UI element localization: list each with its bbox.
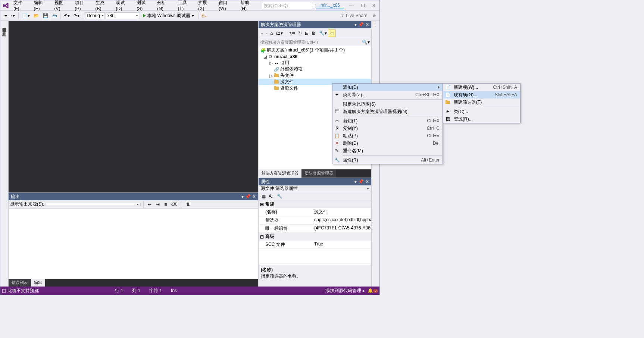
output-btn-4[interactable]: ⌫ <box>170 201 179 208</box>
categorized-icon[interactable]: ▦ <box>260 193 267 200</box>
fwd-icon[interactable]: ◦ <box>265 30 268 37</box>
output-btn-5[interactable]: ⇅ <box>185 201 191 208</box>
minimize-button[interactable]: — <box>346 2 357 9</box>
cm-scope[interactable]: 限定为此范围(S) <box>332 100 443 108</box>
props-row-name[interactable]: (名称) 源文件 <box>259 208 371 216</box>
save-icon[interactable]: 💾 <box>41 12 50 19</box>
cm-new-view[interactable]: 🗔 新建解决方案资源管理器视图(N) <box>332 108 443 115</box>
notification-icon[interactable]: 🔔2 <box>368 288 378 293</box>
tree-external[interactable]: 🔗 外部依赖项 <box>259 66 371 72</box>
back-icon[interactable]: ◦ <box>260 30 264 37</box>
output-btn-1[interactable]: ⇤ <box>146 201 153 208</box>
new-project-icon[interactable]: 📄▾ <box>21 12 31 19</box>
start-debug-button[interactable]: 本地 Windows 调试器 ▾ <box>141 12 196 20</box>
live-share-button[interactable]: ⇪ Live Share <box>338 12 369 19</box>
alpha-icon[interactable]: A↓ <box>267 193 275 200</box>
cm-copy[interactable]: ⎘ 复制(Y)Ctrl+C <box>332 125 443 132</box>
open-icon[interactable]: 📂 <box>32 12 41 19</box>
tree-solution[interactable]: 🧩 解决方案"miracl_x86"(1 个项目/共 1 个) <box>259 47 371 53</box>
show-all-icon[interactable]: 🗎 <box>310 30 317 37</box>
tree-headers[interactable]: ▷ 头文件 <box>259 72 371 79</box>
sidebar-server-explorer[interactable]: 服务器资源管理器 <box>0 22 8 27</box>
properties-object[interactable]: 源文件 筛选器属性 <box>259 185 371 192</box>
menu-build[interactable]: 生成(B) <box>93 0 113 13</box>
nav-back-icon[interactable]: ◦▾ <box>2 12 9 19</box>
tab-error-list[interactable]: 错误列表 <box>9 279 31 287</box>
tab-solution-explorer[interactable]: 解决方案资源管理器 <box>259 169 301 178</box>
cm-add[interactable]: 添加(D) <box>332 84 443 91</box>
add-submenu: 📄 新建项(W)...Ctrl+Shift+A 📄 现有项(G)...Shift… <box>443 83 520 123</box>
sync-icon[interactable]: ⟲▾ <box>288 30 296 37</box>
close-icon[interactable]: ✕ <box>365 179 369 184</box>
collapse-icon[interactable]: ⊟ <box>304 30 310 37</box>
menu-project[interactable]: 项目(P) <box>72 0 93 13</box>
quick-search-input[interactable] <box>264 3 315 8</box>
menu-help[interactable]: 帮助(H) <box>237 0 258 13</box>
properties-icon[interactable]: 🔧▾ <box>318 30 328 37</box>
dropdown-icon[interactable]: ▾ <box>354 179 357 184</box>
props-row-filter[interactable]: 筛选器 cpp;c;cc;cxx;def;odl;idl;hpj;bat; <box>259 216 371 225</box>
config-dropdown[interactable]: Debug <box>85 12 105 19</box>
cm-properties[interactable]: 🔧 属性(R)Alt+Enter <box>332 156 443 164</box>
sm-resource[interactable]: 🖼 资源(R)... <box>443 115 520 123</box>
switch-icon[interactable]: 🗂▾ <box>275 30 284 37</box>
feedback-icon[interactable]: ☺ <box>371 12 378 19</box>
menu-file[interactable]: 文件(F) <box>10 0 31 13</box>
dropdown-icon[interactable]: ▾ <box>241 194 244 199</box>
wrench-icon[interactable]: 🔧 <box>275 193 284 200</box>
preview-icon[interactable]: ▭ <box>329 29 336 37</box>
menu-analyze[interactable]: 分析(N) <box>154 0 175 13</box>
quick-search[interactable]: 🔍 <box>262 2 312 9</box>
menu-extensions[interactable]: 扩展(X) <box>195 0 216 13</box>
tree-references[interactable]: ▷ ▪▪ 引用 <box>259 60 371 66</box>
maximize-button[interactable]: ☐ <box>357 2 368 9</box>
sidebar-tab-right[interactable]: ⋯ <box>372 21 379 29</box>
close-button[interactable]: ✕ <box>368 2 379 9</box>
platform-dropdown[interactable]: x86 <box>106 12 140 19</box>
refresh-icon[interactable]: ↻ <box>297 30 303 37</box>
cm-paste[interactable]: 📋 粘贴(P)Ctrl+V <box>332 132 443 140</box>
menu-debug[interactable]: 调试(D) <box>113 0 134 13</box>
props-cat-advanced[interactable]: ⊟ 高级 <box>259 233 371 241</box>
sidebar-toolbox[interactable]: 工具箱 <box>0 27 8 31</box>
props-cat-general[interactable]: ⊟ 常规 <box>259 200 371 208</box>
output-btn-2[interactable]: ⇥ <box>154 201 161 208</box>
tab-output[interactable]: 输出 <box>31 279 45 287</box>
pin-icon[interactable]: 📌 <box>358 179 364 184</box>
cm-delete[interactable]: ✕ 删除(D)Del <box>332 140 443 147</box>
menu-view[interactable]: 视图(V) <box>51 0 72 13</box>
output-btn-3[interactable]: ≡ <box>163 201 168 208</box>
output-source-dropdown[interactable] <box>46 203 141 206</box>
props-row-scc[interactable]: SCC 文件 True <box>259 241 371 249</box>
menu-test[interactable]: 测试(S) <box>134 0 154 13</box>
home-icon[interactable]: ⌂ <box>269 30 274 37</box>
close-icon[interactable]: ✕ <box>365 22 369 27</box>
sm-new-item[interactable]: 📄 新建项(W)...Ctrl+Shift+A <box>443 84 520 91</box>
pin-icon[interactable]: 📌 <box>358 22 364 27</box>
sm-existing-item[interactable]: 📄 现有项(G)...Shift+Alt+A <box>443 91 520 98</box>
menu-window[interactable]: 窗口(W) <box>216 0 237 13</box>
tab-team-explorer[interactable]: 团队资源管理器 <box>301 169 336 178</box>
active-doc-tab[interactable]: mir..._x86 <box>316 2 344 9</box>
menu-tools[interactable]: 工具(T) <box>175 0 195 13</box>
save-all-icon[interactable]: 🗃 <box>51 12 58 19</box>
step-icon[interactable]: ⎘▾ <box>200 12 209 19</box>
close-icon[interactable]: ✕ <box>252 194 256 199</box>
cm-class-wizard[interactable]: ✦ 类向导(Z)... Ctrl+Shift+X <box>332 91 443 98</box>
tree-project[interactable]: ◢ ⧉ miracl_x86 <box>259 53 371 60</box>
props-row-uid[interactable]: 唯一标识符 {4FC737F1-C7A5-4376-A066-2 <box>259 225 371 233</box>
sm-class[interactable]: ✦ 类(C)... <box>443 108 520 115</box>
status-source-control[interactable]: ↑ 添加到源代码管理 ▴ <box>322 288 365 294</box>
redo-icon[interactable]: ↷▾ <box>72 12 81 19</box>
solution-search-input[interactable] <box>260 40 362 44</box>
cm-cut[interactable]: ✂ 剪切(T)Ctrl+X <box>332 117 443 125</box>
sm-new-filter[interactable]: 新建筛选器(F) <box>443 98 520 106</box>
menu-edit[interactable]: 编辑(E) <box>31 0 51 13</box>
cm-rename[interactable]: ✎ 重命名(M) <box>332 147 443 154</box>
pin-icon[interactable]: 📌 <box>245 194 251 199</box>
solution-search[interactable]: 🔍▾ <box>259 38 371 46</box>
resource-icon: 🖼 <box>445 116 451 122</box>
nav-fwd-icon[interactable]: ◦▾ <box>9 12 16 19</box>
undo-icon[interactable]: ↶▾ <box>62 12 71 19</box>
dropdown-icon[interactable]: ▾ <box>354 22 357 27</box>
